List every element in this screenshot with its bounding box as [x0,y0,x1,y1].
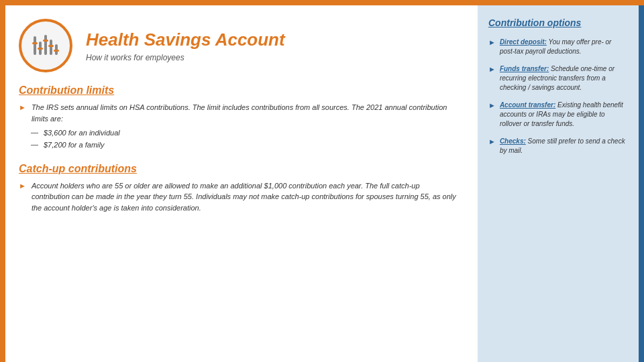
option-arrow-4: ► [488,137,496,145]
svg-rect-6 [38,48,43,50]
sub-bullet-individual: — $3,600 for an individual [31,128,458,138]
svg-rect-8 [48,45,54,47]
contribution-limits-heading: Contribution limits [19,84,458,97]
contribution-limits-text: The IRS sets annual limits on HSA contri… [32,102,458,124]
catch-up-text: Account holders who are 55 or older are … [32,180,458,214]
title-block: Health Savings Account How it works for … [86,29,285,62]
catch-up-heading: Catch-up contributions [19,163,458,175]
page-title: Health Savings Account [86,29,285,50]
option-arrow-2: ► [488,65,496,73]
option-direct-deposit-text: Direct deposit: You may offer pre- or po… [500,38,628,56]
header-area: Health Savings Account How it works for … [19,19,458,72]
svg-rect-5 [32,42,38,44]
svg-rect-7 [43,40,48,42]
svg-rect-9 [54,50,59,52]
option-funds-transfer-text: Funds transfer: Schedule one-time or rec… [500,64,628,93]
contribution-options-heading: Contribution options [488,17,628,28]
page-subtitle: How it works for employees [86,53,285,62]
right-accent-bar [639,5,644,362]
option-funds-transfer-label: Funds transfer: [500,65,549,72]
option-account-transfer-label: Account transfer: [500,101,555,109]
catch-up-bullet: ► Account holders who are 55 or older ar… [19,180,458,214]
option-checks: ► Checks: Some still prefer to send a ch… [488,137,628,156]
contribution-limits-section: Contribution limits ► The IRS sets annua… [19,84,458,151]
catch-up-section: Catch-up contributions ► Account holders… [19,163,458,214]
content-wrapper: Health Savings Account How it works for … [5,0,644,362]
option-checks-label: Checks: [500,137,526,145]
catch-up-arrow-icon: ► [19,182,26,190]
sub-bullet-family: — $7,200 for a family [31,140,458,150]
option-arrow-1: ► [488,38,496,46]
right-section: Contribution options ► Direct deposit: Y… [478,5,639,362]
top-accent-bar [5,0,644,5]
option-direct-deposit-label: Direct deposit: [500,38,547,46]
individual-limit-text: $3,600 for an individual [44,128,120,138]
option-account-transfer: ► Account transfer: Existing health bene… [488,101,628,129]
option-direct-deposit: ► Direct deposit: You may offer pre- or … [488,38,628,56]
dash-icon-2: — [31,140,38,148]
left-accent-bar [0,0,5,362]
logo-circle [19,19,72,72]
page: Health Savings Account How it works for … [0,0,644,362]
svg-rect-3 [50,40,52,55]
main-content: Health Savings Account How it works for … [5,5,644,362]
left-section: Health Savings Account How it works for … [5,5,478,362]
contribution-limits-bullet: ► The IRS sets annual limits on HSA cont… [19,102,458,124]
svg-rect-2 [44,35,47,55]
option-funds-transfer: ► Funds transfer: Schedule one-time or r… [488,64,628,93]
option-checks-text: Checks: Some still prefer to send a chec… [500,137,628,156]
option-arrow-3: ► [488,101,496,109]
svg-rect-0 [34,36,36,55]
hsa-icon [30,29,62,62]
dash-icon-1: — [31,128,38,136]
bullet-arrow-icon: ► [19,103,26,111]
option-account-transfer-text: Account transfer: Existing health benefi… [500,101,628,129]
family-limit-text: $7,200 for a family [44,140,105,150]
